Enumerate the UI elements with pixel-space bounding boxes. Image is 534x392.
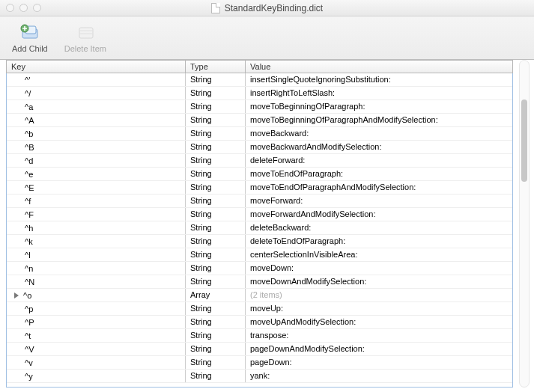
type-cell[interactable]: String (186, 114, 246, 126)
key-cell[interactable]: ^d (7, 154, 186, 167)
type-cell[interactable]: String (186, 302, 246, 315)
close-button[interactable] (6, 4, 14, 12)
minimize-button[interactable] (19, 4, 28, 12)
key-cell[interactable]: ^f (7, 195, 186, 207)
column-header-value[interactable]: Value (246, 61, 512, 73)
value-cell[interactable]: insertSingleQuoteIgnoringSubstitution: (246, 73, 512, 86)
value-cell[interactable]: moveDown: (246, 262, 512, 275)
key-cell[interactable]: ^B (7, 141, 186, 153)
value-cell[interactable]: moveToEndOfParagraph: (246, 168, 512, 180)
key-cell[interactable]: ^k (7, 235, 186, 248)
table-row[interactable]: ^aStringmoveToBeginningOfParagraph: (7, 100, 512, 114)
table-row[interactable]: ^bStringmoveBackward: (7, 127, 512, 141)
table-row[interactable]: ^dStringdeleteForward: (7, 154, 512, 168)
type-cell[interactable]: String (186, 100, 246, 113)
value-cell[interactable]: insertRightToLeftSlash: (246, 87, 512, 99)
type-cell[interactable]: String (186, 195, 246, 207)
value-cell[interactable]: moveToBeginningOfParagraphAndModifySelec… (246, 114, 512, 126)
key-cell[interactable]: ^b (7, 127, 186, 140)
type-cell[interactable]: String (186, 73, 246, 86)
type-cell[interactable]: String (186, 248, 246, 261)
key-cell[interactable]: ^l (7, 248, 186, 261)
type-cell[interactable]: String (186, 141, 246, 153)
table-row[interactable]: ^/StringinsertRightToLeftSlash: (7, 87, 512, 100)
table-row[interactable]: ^AStringmoveToBeginningOfParagraphAndMod… (7, 114, 512, 127)
type-cell[interactable]: String (186, 235, 246, 248)
key-cell[interactable]: ^' (7, 73, 186, 86)
value-cell[interactable]: (2 items) (246, 289, 512, 301)
value-cell[interactable]: moveUp: (246, 302, 512, 315)
table-row[interactable]: ^yStringyank: (7, 370, 512, 383)
value-cell[interactable]: moveToEndOfParagraphAndModifySelection: (246, 181, 512, 194)
table-row[interactable]: ^FStringmoveForwardAndModifySelection: (7, 208, 512, 221)
value-cell[interactable]: moveUpAndModifySelection: (246, 316, 512, 328)
zoom-button[interactable] (33, 4, 41, 12)
scrollbar-thumb[interactable] (521, 99, 527, 182)
key-cell[interactable]: ^n (7, 262, 186, 275)
table-row[interactable]: ^eStringmoveToEndOfParagraph: (7, 168, 512, 181)
column-header-type[interactable]: Type (186, 61, 246, 73)
key-cell[interactable]: ^V (7, 343, 186, 355)
key-cell[interactable]: ^/ (7, 87, 186, 99)
table-row[interactable]: ^NStringmoveDownAndModifySelection: (7, 275, 512, 289)
table-row[interactable]: ^vStringpageDown: (7, 356, 512, 370)
value-cell[interactable]: yank: (246, 370, 512, 382)
type-cell[interactable]: String (186, 87, 246, 99)
value-cell[interactable]: moveToBeginningOfParagraph: (246, 100, 512, 113)
key-cell[interactable]: ^y (7, 370, 186, 382)
type-cell[interactable]: String (186, 168, 246, 180)
table-row[interactable]: ^hStringdeleteBackward: (7, 221, 512, 235)
table-row[interactable]: ^PStringmoveUpAndModifySelection: (7, 316, 512, 329)
type-cell[interactable]: String (186, 356, 246, 369)
value-cell[interactable]: moveForwardAndModifySelection: (246, 208, 512, 221)
key-cell[interactable]: ^e (7, 168, 186, 180)
key-cell[interactable]: ^v (7, 356, 186, 369)
type-cell[interactable]: String (186, 221, 246, 234)
type-cell[interactable]: String (186, 370, 246, 382)
type-cell[interactable]: String (186, 329, 246, 342)
table-row[interactable]: ^'StringinsertSingleQuoteIgnoringSubstit… (7, 73, 512, 87)
value-cell[interactable]: moveDownAndModifySelection: (246, 275, 512, 288)
value-cell[interactable]: deleteBackward: (246, 221, 512, 234)
vertical-scrollbar[interactable] (519, 60, 530, 388)
type-cell[interactable]: String (186, 275, 246, 288)
value-cell[interactable]: deleteToEndOfParagraph: (246, 235, 512, 248)
table-body[interactable]: ^'StringinsertSingleQuoteIgnoringSubstit… (6, 73, 513, 388)
type-cell[interactable]: String (186, 181, 246, 194)
table-row[interactable]: ^kStringdeleteToEndOfParagraph: (7, 235, 512, 248)
key-cell[interactable]: ^a (7, 100, 186, 113)
table-row[interactable]: ^EStringmoveToEndOfParagraphAndModifySel… (7, 181, 512, 195)
key-cell[interactable]: ^P (7, 316, 186, 328)
value-cell[interactable]: moveBackward: (246, 127, 512, 140)
type-cell[interactable]: String (186, 316, 246, 328)
key-cell[interactable]: ^N (7, 275, 186, 288)
disclosure-triangle-icon[interactable] (14, 293, 19, 298)
table-row[interactable]: ^lStringcenterSelectionInVisibleArea: (7, 248, 512, 262)
table-row[interactable]: ^oArray(2 items) (7, 289, 512, 302)
table-row[interactable]: ^pStringmoveUp: (7, 302, 512, 316)
table-row[interactable]: ^BStringmoveBackwardAndModifySelection: (7, 141, 512, 154)
value-cell[interactable]: pageDown: (246, 356, 512, 369)
key-cell[interactable]: ^h (7, 221, 186, 234)
table-row[interactable]: ^nStringmoveDown: (7, 262, 512, 275)
value-cell[interactable]: moveForward: (246, 195, 512, 207)
key-cell[interactable]: ^t (7, 329, 186, 342)
column-header-key[interactable]: Key (7, 61, 186, 73)
type-cell[interactable]: String (186, 127, 246, 140)
key-cell[interactable]: ^F (7, 208, 186, 221)
key-cell[interactable]: ^E (7, 181, 186, 194)
value-cell[interactable]: transpose: (246, 329, 512, 342)
type-cell[interactable]: Array (186, 289, 246, 301)
value-cell[interactable]: deleteForward: (246, 154, 512, 167)
table-row[interactable]: ^VStringpageDownAndModifySelection: (7, 343, 512, 356)
key-cell[interactable]: ^p (7, 302, 186, 315)
type-cell[interactable]: String (186, 208, 246, 221)
value-cell[interactable]: moveBackwardAndModifySelection: (246, 141, 512, 153)
value-cell[interactable]: centerSelectionInVisibleArea: (246, 248, 512, 261)
table-row[interactable]: ^fStringmoveForward: (7, 195, 512, 208)
table-row[interactable]: ^tStringtranspose: (7, 329, 512, 343)
type-cell[interactable]: String (186, 343, 246, 355)
type-cell[interactable]: String (186, 262, 246, 275)
value-cell[interactable]: pageDownAndModifySelection: (246, 343, 512, 355)
key-cell[interactable]: ^o (7, 289, 186, 301)
